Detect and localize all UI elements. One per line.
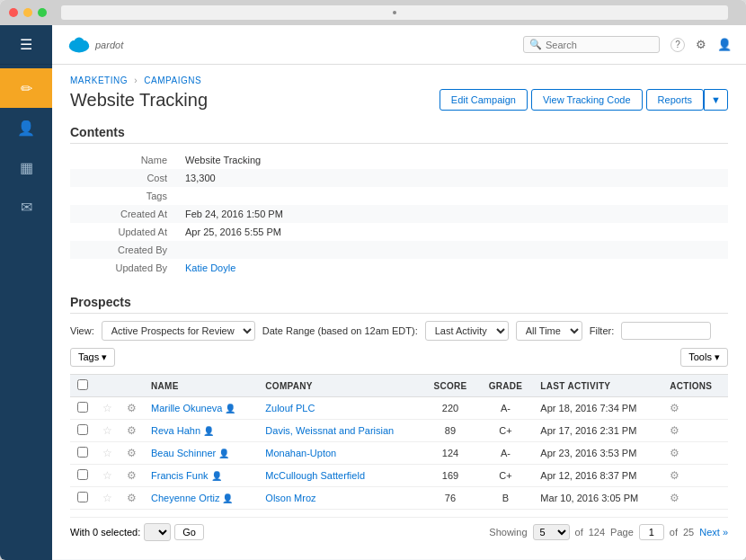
sidebar-item-edit[interactable]: ✏ (0, 68, 52, 108)
star-icon[interactable]: ☆ (102, 402, 112, 414)
score-value: 220 (442, 403, 458, 413)
row-checkbox[interactable] (77, 402, 88, 413)
view-tracking-code-button[interactable]: View Tracking Code (531, 89, 643, 111)
user-icon[interactable]: 👤 (717, 38, 732, 51)
contents-label-name: Name (70, 151, 178, 169)
company-link[interactable]: Zulouf PLC (265, 403, 315, 413)
row-gear-cell[interactable]: ⚙ (120, 442, 144, 465)
url-bar[interactable] (61, 5, 728, 20)
sidebar-item-contacts[interactable]: 👤 (0, 108, 52, 147)
row-gear-cell[interactable]: ⚙ (120, 397, 144, 420)
row-actions-cell[interactable]: ⚙ (662, 465, 728, 487)
contents-label-created-by: Created By (70, 241, 178, 259)
row-grade-cell: A- (478, 397, 534, 420)
row-actions-cell[interactable]: ⚙ (662, 420, 728, 442)
edit-campaign-button[interactable]: Edit Campaign (440, 89, 528, 111)
reports-button[interactable]: Reports (646, 89, 705, 111)
row-checkbox-cell[interactable] (70, 465, 95, 487)
date-range-label: Date Range (based on 12am EDT): (262, 325, 418, 336)
row-checkbox[interactable] (77, 424, 88, 435)
contents-value-created-at: Feb 24, 2016 1:50 PM (178, 205, 728, 223)
filter-input[interactable] (621, 322, 711, 340)
row-star-cell[interactable]: ☆ (95, 442, 120, 465)
breadcrumb-marketing[interactable]: MARKETING (70, 76, 128, 85)
sidebar-item-reports[interactable]: ▦ (0, 147, 52, 187)
search-box[interactable]: 🔍 (523, 36, 660, 53)
messages-icon: ✉ (21, 199, 32, 216)
breadcrumb-campaigns[interactable]: CAMPAIGNS (144, 76, 201, 85)
prospect-name-link[interactable]: Marille Okuneva (151, 403, 222, 413)
row-gear-icon[interactable]: ⚙ (127, 424, 137, 437)
row-gear-icon[interactable]: ⚙ (127, 447, 137, 459)
row-gear-cell[interactable]: ⚙ (120, 487, 144, 510)
star-icon[interactable]: ☆ (102, 424, 112, 437)
row-checkbox[interactable] (77, 492, 88, 502)
row-star-cell[interactable]: ☆ (95, 487, 120, 510)
per-page-select[interactable]: 5 10 25 (533, 524, 570, 540)
company-link[interactable]: Olson Mroz (265, 493, 315, 503)
with-selected-label: With 0 selected: (70, 527, 140, 538)
prospect-name-link[interactable]: Reva Hahn (151, 425, 200, 436)
updated-by-link[interactable]: Katie Doyle (185, 262, 235, 273)
browser-close[interactable] (9, 8, 18, 17)
row-actions-cell[interactable]: ⚙ (662, 397, 728, 420)
row-star-cell[interactable]: ☆ (95, 465, 120, 487)
next-page-link[interactable]: Next » (699, 527, 728, 538)
table-row: ☆ ⚙ Francis Funk 👤 McCullough Satterfiel… (70, 465, 728, 487)
hamburger-icon[interactable]: ☰ (20, 36, 32, 53)
prospect-name-link[interactable]: Beau Schinner (151, 448, 216, 458)
prospect-name-link[interactable]: Francis Funk (151, 470, 209, 481)
action-gear-icon[interactable]: ⚙ (670, 469, 679, 482)
settings-icon[interactable]: ⚙ (696, 38, 706, 51)
company-link[interactable]: Davis, Weissnat and Parisian (265, 425, 394, 436)
row-checkbox[interactable] (77, 469, 88, 480)
browser-maximize[interactable] (38, 8, 47, 17)
help-icon[interactable]: ? (671, 38, 685, 52)
bulk-action-go-button[interactable]: Go (174, 524, 204, 540)
row-last-activity-cell: Apr 23, 2016 3:53 PM (533, 442, 662, 465)
row-star-cell[interactable]: ☆ (95, 420, 120, 442)
view-select[interactable]: Active Prospects for Review (102, 321, 255, 341)
search-input[interactable] (546, 40, 653, 50)
select-all-checkbox[interactable] (77, 379, 88, 390)
row-gear-icon[interactable]: ⚙ (127, 469, 137, 482)
search-icon: 🔍 (529, 39, 542, 50)
row-checkbox-cell[interactable] (70, 487, 95, 510)
row-gear-icon[interactable]: ⚙ (127, 402, 137, 414)
action-gear-icon[interactable]: ⚙ (670, 492, 679, 504)
sidebar-header: ☰ (0, 25, 52, 65)
action-gear-icon[interactable]: ⚙ (670, 447, 679, 459)
contents-value-cost: 13,300 (178, 169, 728, 187)
row-checkbox[interactable] (77, 447, 88, 458)
page-input[interactable] (639, 524, 664, 540)
page-label: Page (610, 527, 634, 538)
filter-bar: View: Active Prospects for Review Date R… (70, 321, 728, 367)
row-checkbox-cell[interactable] (70, 442, 95, 465)
sidebar-item-messages[interactable]: ✉ (0, 187, 52, 227)
prospect-person-icon: 👤 (218, 449, 229, 458)
company-link[interactable]: McCullough Satterfield (265, 470, 365, 481)
row-actions-cell[interactable]: ⚙ (662, 487, 728, 510)
prospect-name-link[interactable]: Cheyenne Ortiz (151, 493, 219, 503)
tools-button[interactable]: Tools ▾ (680, 348, 728, 367)
star-icon[interactable]: ☆ (102, 447, 112, 459)
row-last-activity-cell: Apr 12, 2016 8:37 PM (533, 465, 662, 487)
row-star-cell[interactable]: ☆ (95, 397, 120, 420)
row-gear-cell[interactable]: ⚙ (120, 465, 144, 487)
action-gear-icon[interactable]: ⚙ (670, 424, 679, 437)
row-actions-cell[interactable]: ⚙ (662, 442, 728, 465)
browser-minimize[interactable] (23, 8, 32, 17)
action-gear-icon[interactable]: ⚙ (670, 402, 679, 414)
row-gear-cell[interactable]: ⚙ (120, 420, 144, 442)
tags-button[interactable]: Tags ▾ (70, 348, 115, 367)
date-range-period-select[interactable]: All Time (516, 321, 582, 341)
row-checkbox-cell[interactable] (70, 397, 95, 420)
row-gear-icon[interactable]: ⚙ (127, 492, 137, 504)
row-checkbox-cell[interactable] (70, 420, 95, 442)
star-icon[interactable]: ☆ (102, 492, 112, 504)
reports-dropdown-button[interactable]: ▼ (704, 89, 728, 111)
star-icon[interactable]: ☆ (102, 469, 112, 482)
bulk-action-select[interactable] (144, 523, 171, 541)
date-range-activity-select[interactable]: Last Activity (425, 321, 509, 341)
company-link[interactable]: Monahan-Upton (265, 448, 336, 458)
